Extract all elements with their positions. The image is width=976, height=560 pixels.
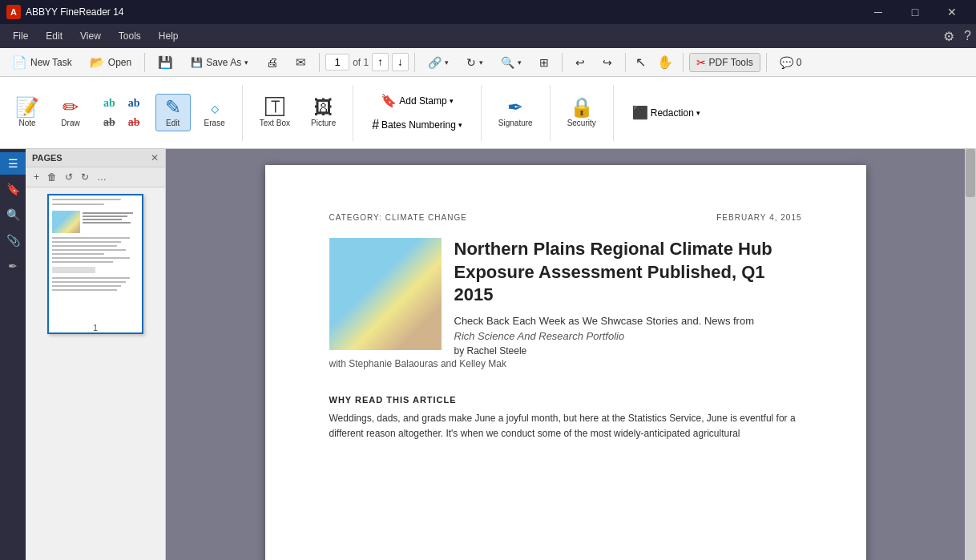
page-thumbnail-1[interactable]: 1	[47, 194, 143, 334]
close-button[interactable]: ✕	[934, 0, 970, 24]
menu-help[interactable]: Help	[151, 27, 187, 45]
highlight-blue-button[interactable]: ab	[123, 95, 146, 112]
strikethrough-icon: ab	[103, 116, 115, 129]
maximize-button[interactable]: □	[897, 0, 933, 24]
rotate-button[interactable]: ↻▾	[459, 53, 490, 72]
signature-button[interactable]: ✒ Signature	[491, 94, 540, 131]
compare-button[interactable]: ⊞	[532, 53, 556, 72]
edit-button[interactable]: ✎ Edit	[155, 94, 191, 131]
new-task-button[interactable]: 📄 New Task	[5, 52, 79, 73]
link-arrow: ▾	[445, 58, 449, 66]
print-icon: 🖨	[266, 55, 278, 69]
note-button[interactable]: 📝 Note	[8, 94, 46, 131]
strikethrough-button[interactable]: ab	[98, 114, 121, 131]
doc-meta-row: CATEGORY: CLIMATE CHANGE FEBRUARY 4, 201…	[329, 213, 802, 225]
doc-section-title: WHY READ THIS ARTICLE	[329, 395, 802, 405]
next-page-button[interactable]: ↓	[392, 53, 409, 71]
open-button[interactable]: 📂 Open	[83, 52, 139, 73]
titlebar: A ABBYY FineReader 14 ─ □ ✕	[0, 0, 976, 24]
menu-tools[interactable]: Tools	[111, 27, 149, 45]
ribbon-sep-3	[481, 85, 482, 141]
new-task-label: New Task	[30, 57, 72, 68]
save-as-arrow: ▾	[244, 58, 248, 66]
vertical-scrollbar[interactable]	[965, 149, 976, 560]
zoom-button[interactable]: 🔍▾	[494, 53, 529, 72]
page-number-input[interactable]	[325, 54, 349, 71]
titlebar-controls: ─ □ ✕	[861, 0, 970, 24]
pages-rotate-left-button[interactable]: ↺	[62, 170, 76, 184]
menu-file[interactable]: File	[5, 27, 36, 45]
bookmarks-icon[interactable]: 🔖	[0, 178, 26, 200]
link-button[interactable]: 🔗▾	[421, 53, 456, 72]
draw-icon: ✏	[63, 98, 79, 117]
page-total: of 1	[353, 57, 369, 68]
app-logo: A	[6, 5, 21, 19]
minimize-button[interactable]: ─	[861, 0, 896, 24]
settings-icon[interactable]: ⚙	[943, 29, 954, 44]
menu-edit[interactable]: Edit	[38, 27, 71, 45]
prev-page-button[interactable]: ↑	[372, 53, 389, 71]
security-button[interactable]: 🔒 Security	[560, 94, 603, 131]
pages-more-button[interactable]: …	[94, 170, 110, 184]
add-stamp-button[interactable]: 🔖 Add Stamp ▾	[375, 89, 458, 112]
pages-add-button[interactable]: +	[30, 170, 42, 184]
print-button[interactable]: 🖨	[259, 52, 285, 72]
picture-button[interactable]: 🖼 Picture	[304, 94, 343, 131]
email-button[interactable]: ✉	[288, 52, 313, 73]
security-label: Security	[567, 119, 596, 127]
menu-view[interactable]: View	[72, 27, 109, 45]
erase-icon: ⬦	[209, 98, 220, 117]
pages-title-text: PAGES	[32, 153, 63, 163]
bates-numbering-button[interactable]: # Bates Numbering ▾	[366, 114, 468, 136]
ribbon-sep-2	[353, 85, 353, 141]
pages-close-button[interactable]: ✕	[151, 152, 159, 163]
pdf-tools-button[interactable]: ✂ PDF Tools	[689, 53, 760, 72]
red-strikethrough-button[interactable]: ab	[123, 114, 146, 131]
scroll-thumb[interactable]	[966, 149, 975, 197]
save-as-button[interactable]: 💾 Save As ▾	[184, 54, 256, 71]
app-title: ABBYY FineReader 14	[26, 6, 124, 18]
redo-button[interactable]: ↪	[595, 53, 619, 72]
email-icon: ✉	[296, 55, 306, 70]
save-button[interactable]: 💾	[151, 52, 180, 73]
toolbar-sep-5	[625, 53, 626, 72]
toolbar-sep-7	[766, 53, 767, 72]
red-strikethrough-icon: ab	[128, 116, 140, 129]
pages-delete-button[interactable]: 🗑	[44, 170, 60, 184]
comment-button[interactable]: 💬 0	[772, 53, 809, 72]
undo-button[interactable]: ↩	[568, 53, 592, 72]
note-icon: 📝	[15, 98, 39, 117]
pages-rotate-right-button[interactable]: ↻	[78, 170, 92, 184]
left-sidebar-icons: ☰ 🔖 🔍 📎 ✒	[0, 149, 26, 560]
search-icon[interactable]: 🔍	[0, 203, 26, 226]
pages-icon[interactable]: ☰	[0, 152, 26, 175]
hand-tool-button[interactable]: ✋	[653, 52, 677, 72]
attachments-icon[interactable]: 📎	[0, 229, 26, 252]
doc-category: CATEGORY: CLIMATE CHANGE	[329, 213, 467, 222]
highlight-green-button[interactable]: ab	[98, 95, 121, 112]
comment-count: 0	[797, 57, 802, 68]
rotate-arrow: ▾	[479, 58, 483, 66]
main-area: ☰ 🔖 🔍 📎 ✒ PAGES ✕ + 🗑 ↺ ↻ …	[0, 149, 976, 560]
textbox-icon: 🅃	[265, 98, 284, 117]
signatures-panel-icon[interactable]: ✒	[0, 255, 26, 277]
scroll-track[interactable]	[965, 149, 976, 560]
help-icon[interactable]: ?	[964, 29, 971, 43]
doc-date: FEBRUARY 4, 2015	[716, 213, 801, 222]
undo-icon: ↩	[575, 56, 585, 69]
toolbar-sep-1	[144, 53, 145, 72]
note-label: Note	[18, 119, 35, 127]
redaction-button[interactable]: ⬛ Redaction ▾	[627, 101, 706, 124]
picture-icon: 🖼	[314, 98, 333, 117]
erase-button[interactable]: ⬦ Erase	[197, 94, 232, 131]
page-thumb-inner-1	[49, 195, 142, 320]
open-label: Open	[108, 57, 131, 68]
menubar: File Edit View Tools Help ⚙ ?	[0, 24, 976, 48]
textbox-button[interactable]: 🅃 Text Box	[252, 94, 297, 131]
rotate-icon: ↻	[466, 56, 476, 69]
draw-button[interactable]: ✏ Draw	[53, 94, 88, 131]
save-icon: 💾	[158, 55, 173, 70]
document-area[interactable]: CATEGORY: CLIMATE CHANGE FEBRUARY 4, 201…	[166, 149, 965, 560]
cursor-tool-button[interactable]: ↖	[631, 52, 650, 72]
stamp-label: Add Stamp	[399, 95, 446, 107]
